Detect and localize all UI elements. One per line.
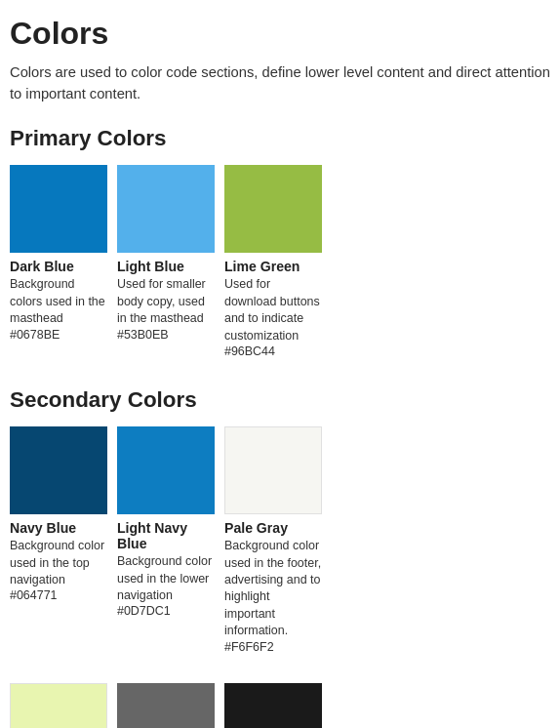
color-item-dark-blue: Dark Blue Background colors used in the …	[10, 165, 107, 358]
color-item-medium-gray	[117, 683, 215, 728]
pale-gray-hex: #F6F6F2	[224, 640, 322, 654]
navy-blue-name: Navy Blue	[10, 520, 107, 536]
light-navy-blue-desc: Background color used in the lower navig…	[117, 553, 215, 604]
navy-blue-desc: Background color used in the top navigat…	[10, 538, 107, 588]
pale-gray-desc: Background color used in the footer, adv…	[224, 538, 322, 640]
dark-blue-hex: #0678BE	[10, 328, 107, 342]
pale-gray-swatch	[224, 426, 322, 514]
tertiary-colors-grid	[10, 683, 550, 728]
dark-blue-swatch	[10, 165, 107, 253]
navy-blue-hex: #064771	[10, 588, 107, 602]
dark-charcoal-swatch	[224, 683, 322, 728]
light-blue-name: Light Blue	[117, 259, 215, 274]
secondary-colors-heading: Secondary Colors	[10, 387, 550, 413]
lime-green-desc: Used for download buttons and to indicat…	[224, 276, 322, 344]
primary-colors-grid: Dark Blue Background colors used in the …	[10, 165, 550, 358]
secondary-colors-section: Secondary Colors Navy Blue Background co…	[10, 387, 550, 654]
navy-blue-swatch	[10, 426, 107, 514]
color-item-light-blue: Light Blue Used for smaller body copy, u…	[117, 165, 215, 358]
lime-green-name: Lime Green	[224, 259, 322, 274]
light-navy-blue-name: Light Navy Blue	[117, 520, 215, 551]
color-item-pale-gray: Pale Gray Background color used in the f…	[224, 426, 322, 654]
tertiary-colors-section	[10, 683, 550, 728]
light-navy-blue-hex: #0D7DC1	[117, 604, 215, 618]
lime-green-swatch	[224, 165, 322, 253]
color-item-dark-charcoal	[224, 683, 322, 728]
light-yellow-swatch	[10, 683, 107, 728]
color-item-light-yellow	[10, 683, 107, 728]
primary-colors-section: Primary Colors Dark Blue Background colo…	[10, 126, 550, 358]
color-item-lime-green: Lime Green Used for download buttons and…	[224, 165, 322, 358]
secondary-colors-grid: Navy Blue Background color used in the t…	[10, 426, 550, 654]
light-blue-hex: #53B0EB	[117, 328, 215, 342]
light-blue-swatch	[117, 165, 215, 253]
color-item-navy-blue: Navy Blue Background color used in the t…	[10, 426, 107, 654]
page-title: Colors	[10, 16, 550, 52]
light-navy-blue-swatch	[117, 426, 215, 514]
page-intro: Colors are used to color code sections, …	[10, 61, 550, 104]
pale-gray-name: Pale Gray	[224, 520, 322, 536]
dark-blue-desc: Background colors used in the masthead	[10, 276, 107, 327]
light-blue-desc: Used for smaller body copy, used in the …	[117, 276, 215, 327]
color-item-light-navy-blue: Light Navy Blue Background color used in…	[117, 426, 215, 654]
dark-blue-name: Dark Blue	[10, 259, 107, 274]
lime-green-hex: #96BC44	[224, 344, 322, 358]
primary-colors-heading: Primary Colors	[10, 126, 550, 151]
medium-gray-swatch	[117, 683, 215, 728]
